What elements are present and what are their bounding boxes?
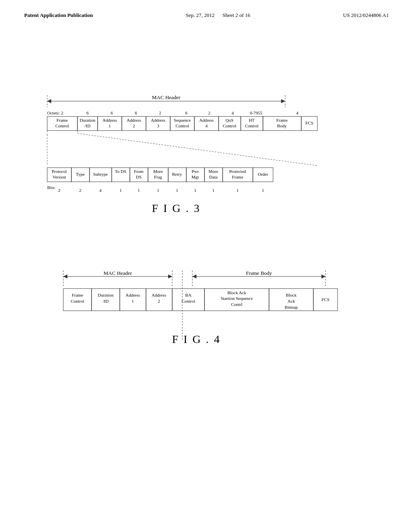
svg-text:6: 6 bbox=[135, 110, 137, 115]
svg-text:Order: Order bbox=[258, 172, 268, 177]
svg-text:2: 2 bbox=[158, 299, 160, 303]
svg-text:/ID: /ID bbox=[103, 299, 109, 303]
svg-text:BA: BA bbox=[185, 293, 191, 297]
svg-text:Control: Control bbox=[55, 123, 69, 128]
svg-text:Type: Type bbox=[76, 172, 85, 177]
svg-text:Contrl: Contrl bbox=[231, 302, 242, 307]
svg-text:More: More bbox=[209, 169, 218, 174]
svg-text:6: 6 bbox=[86, 110, 89, 115]
svg-text:Control: Control bbox=[71, 299, 84, 303]
svg-text:Block: Block bbox=[286, 293, 297, 297]
svg-text:2: 2 bbox=[58, 188, 60, 193]
svg-text:Address: Address bbox=[125, 293, 140, 297]
date: Sep. 27, 2012 bbox=[186, 12, 215, 18]
svg-text:2: 2 bbox=[61, 110, 63, 115]
svg-text:More: More bbox=[153, 169, 163, 174]
frame-body-label-fig4: Frame Body bbox=[246, 270, 272, 276]
main-content: MAC Header Octets: 2 6 6 6 2 6 2 4 0-795… bbox=[0, 23, 413, 385]
date-sheet: Sep. 27, 2012 Sheet 2 of 16 bbox=[186, 12, 250, 19]
svg-text:Block Ack: Block Ack bbox=[227, 290, 246, 295]
svg-text:Version: Version bbox=[52, 175, 66, 179]
svg-text:Pwr: Pwr bbox=[192, 169, 199, 174]
svg-marker-98 bbox=[321, 274, 325, 278]
svg-text:4: 4 bbox=[232, 110, 234, 115]
svg-text:Frame: Frame bbox=[56, 118, 68, 123]
fig3-caption: F I G . 3 bbox=[152, 202, 200, 214]
svg-text:From: From bbox=[134, 169, 144, 174]
svg-line-50 bbox=[77, 133, 317, 166]
svg-text:HT: HT bbox=[249, 118, 255, 123]
svg-text:Address: Address bbox=[127, 118, 141, 123]
svg-text:1: 1 bbox=[131, 299, 134, 303]
svg-marker-2 bbox=[47, 99, 51, 103]
svg-text:Frame: Frame bbox=[72, 293, 83, 297]
fig4-caption: F I G . 4 bbox=[172, 333, 221, 345]
bits-label-fig3: Bits: bbox=[47, 185, 56, 190]
svg-text:Frag: Frag bbox=[154, 175, 163, 179]
svg-text:4: 4 bbox=[99, 188, 102, 193]
svg-marker-93 bbox=[168, 274, 172, 278]
svg-text:Address: Address bbox=[152, 293, 166, 297]
svg-text:Retry: Retry bbox=[172, 172, 182, 177]
svg-text:Protocol: Protocol bbox=[52, 169, 67, 174]
svg-text:1: 1 bbox=[108, 123, 111, 128]
publication-label: Patent Application Publication bbox=[24, 12, 93, 19]
figure-3-container: MAC Header Octets: 2 6 6 6 2 6 2 4 0-795… bbox=[24, 87, 389, 369]
svg-text:2: 2 bbox=[79, 188, 81, 193]
svg-text:4: 4 bbox=[296, 110, 298, 115]
svg-text:Address: Address bbox=[151, 118, 165, 123]
svg-text:Startion Sequence: Startion Sequence bbox=[221, 296, 253, 301]
svg-text:Body: Body bbox=[277, 123, 287, 128]
svg-text:Protected: Protected bbox=[229, 169, 246, 174]
svg-marker-97 bbox=[192, 274, 196, 278]
fig4-diagram: MAC Header Frame Body Frame Control Dura… bbox=[55, 264, 358, 369]
sheet: Sheet 2 of 16 bbox=[223, 12, 250, 18]
svg-text:Address: Address bbox=[199, 118, 214, 123]
svg-text:4: 4 bbox=[205, 123, 208, 128]
octets-label-fig3: Octets: bbox=[47, 110, 60, 115]
svg-text:1: 1 bbox=[194, 188, 196, 193]
mac-header-label-fig3: MAC Header bbox=[152, 94, 181, 100]
svg-text:Sequence: Sequence bbox=[174, 118, 191, 123]
svg-text:Ack: Ack bbox=[288, 299, 295, 303]
svg-text:1: 1 bbox=[212, 188, 215, 193]
svg-text:1: 1 bbox=[138, 188, 140, 193]
svg-text:Bitmap: Bitmap bbox=[285, 305, 298, 310]
svg-text:DS: DS bbox=[136, 175, 142, 179]
svg-text:0-7955: 0-7955 bbox=[250, 110, 263, 115]
svg-text:3: 3 bbox=[157, 123, 159, 128]
fig3-diagram: MAC Header Octets: 2 6 6 6 2 6 2 4 0-795… bbox=[35, 87, 378, 240]
svg-marker-3 bbox=[281, 99, 285, 103]
svg-text:1: 1 bbox=[236, 188, 239, 193]
svg-text:Control: Control bbox=[223, 123, 236, 128]
svg-text:6: 6 bbox=[185, 110, 188, 115]
svg-text:1: 1 bbox=[176, 188, 178, 193]
svg-text:1: 1 bbox=[119, 188, 122, 193]
svg-text:Mgt: Mgt bbox=[192, 175, 199, 179]
svg-text:Control: Control bbox=[181, 299, 195, 303]
svg-text:/ID: /ID bbox=[85, 123, 91, 128]
svg-text:Data: Data bbox=[209, 175, 218, 179]
svg-text:2: 2 bbox=[208, 110, 211, 115]
svg-text:2: 2 bbox=[159, 110, 161, 115]
svg-text:2: 2 bbox=[133, 123, 135, 128]
svg-marker-92 bbox=[63, 274, 67, 278]
svg-text:Control: Control bbox=[175, 123, 189, 128]
svg-text:Frame: Frame bbox=[232, 175, 243, 179]
svg-text:1: 1 bbox=[262, 188, 264, 193]
page-header: Patent Application Publication Sep. 27, … bbox=[0, 0, 413, 23]
patent-number: US 2012/0244806 A1 bbox=[343, 12, 389, 19]
svg-text:1: 1 bbox=[157, 188, 159, 193]
svg-text:Address: Address bbox=[102, 118, 117, 123]
svg-text:Frame: Frame bbox=[276, 118, 288, 123]
svg-text:To DS: To DS bbox=[115, 169, 126, 174]
svg-text:Control: Control bbox=[245, 123, 259, 128]
mac-header-label-fig4: MAC Header bbox=[104, 270, 132, 276]
svg-text:QoS: QoS bbox=[225, 118, 234, 123]
svg-text:6: 6 bbox=[111, 110, 113, 115]
svg-text:Duration: Duration bbox=[79, 118, 96, 123]
svg-text:FCS: FCS bbox=[321, 297, 330, 302]
svg-text:Subtype: Subtype bbox=[93, 172, 108, 177]
svg-text:Duration: Duration bbox=[98, 293, 114, 297]
svg-text:FCS: FCS bbox=[305, 121, 313, 125]
